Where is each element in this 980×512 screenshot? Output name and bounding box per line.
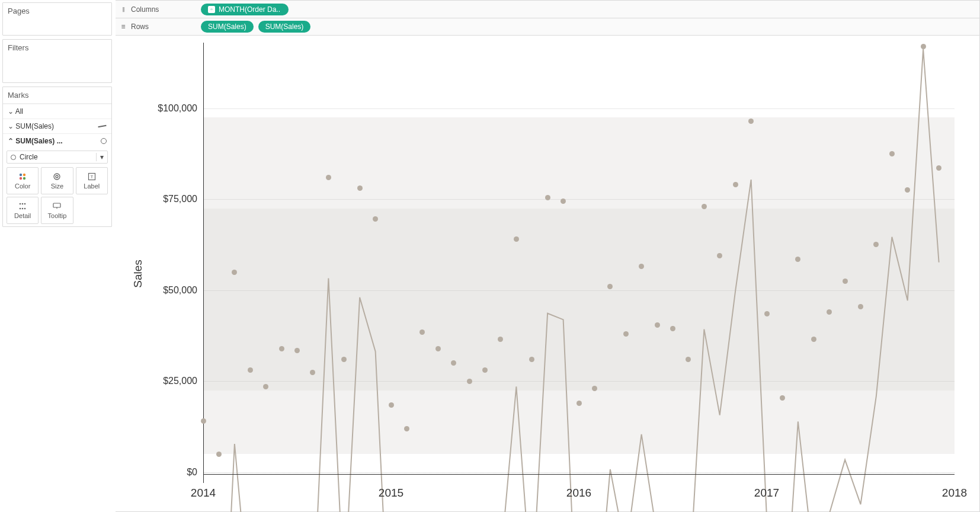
circle-type-icon [101,138,107,144]
data-point[interactable] [467,379,472,384]
y-tick-label: $75,000 [163,194,197,204]
chevron-down-icon: ⌄ [8,122,14,130]
columns-pill-label: MONTH(Order Da.. [219,5,280,14]
filters-title: Filters [3,40,111,56]
data-point[interactable] [843,279,848,284]
svg-point-1 [23,174,25,176]
svg-point-11 [20,208,21,210]
chevron-down-icon: ▾ [96,153,104,161]
rows-pill-1[interactable]: SUM(Sales) [201,21,254,33]
rows-pill2-label: SUM(Sales) [265,23,304,31]
data-point[interactable] [357,185,363,191]
columns-icon: ⦀ [119,5,127,14]
data-point[interactable] [748,119,754,124]
viz-region: Sales $0$25,000$50,000$75,000$100,000 20… [116,36,980,512]
detail-button[interactable]: Detail [7,197,39,224]
data-point[interactable] [216,452,222,457]
detail-label: Detail [14,212,31,219]
pages-title: Pages [3,3,111,19]
columns-shelf[interactable]: ⦀ Columns ▫ MONTH(Order Da.. [116,0,980,18]
label-icon: T [87,172,97,181]
rows-pill-2[interactable]: SUM(Sales) [258,21,311,33]
x-tick-label: 2018 [942,487,967,500]
columns-shelf-label: Columns [131,5,159,14]
expand-icon: ▫ [208,6,215,13]
color-button[interactable]: Color [7,167,39,194]
data-point[interactable] [811,337,816,342]
x-tick-label: 2016 [566,487,591,500]
data-point[interactable] [389,402,394,408]
marks-layer-all[interactable]: ⌄ All [3,104,111,119]
mark-type-label: Circle [20,153,38,161]
data-point[interactable] [889,151,895,156]
size-button[interactable]: Size [41,167,73,194]
rows-pill1-label: SUM(Sales) [208,23,246,31]
data-point[interactable] [404,426,409,431]
data-point[interactable] [858,304,863,309]
mark-type-select[interactable]: Circle ▾ [7,151,108,164]
pages-panel: Pages [2,2,112,36]
data-point[interactable] [921,44,926,49]
data-point[interactable] [702,204,707,209]
svg-rect-14 [53,203,60,207]
data-point[interactable] [326,175,331,180]
x-axis-line [203,474,955,475]
svg-point-2 [20,177,22,180]
data-point[interactable] [780,395,785,401]
data-point[interactable] [310,370,315,375]
tooltip-button[interactable]: Tooltip [41,197,73,224]
data-point[interactable] [435,346,441,351]
columns-pill-month[interactable]: ▫ MONTH(Order Da.. [201,4,289,15]
marks-panel: Marks ⌄ All ⌄ SUM(Sales) ⌃ SUM(Sales) ..… [2,87,112,227]
line-chart [203,43,955,512]
data-point[interactable] [545,195,550,200]
rows-shelf[interactable]: ≡ Rows SUM(Sales) SUM(Sales) [116,18,980,36]
svg-point-5 [56,175,58,178]
svg-point-13 [24,208,26,210]
data-point[interactable] [670,326,675,331]
y-axis-ticks: $0$25,000$50,000$75,000$100,000 [119,43,201,472]
data-point[interactable] [577,401,582,406]
chevron-down-icon: ⌄ [8,107,14,116]
data-point[interactable] [764,311,770,316]
detail-icon [18,201,27,211]
x-tick-label: 2015 [379,487,403,500]
data-point[interactable] [561,199,566,204]
tooltip-label-text: Tooltip [48,212,67,219]
circle-icon [11,155,16,160]
y-tick-label: $25,000 [163,376,197,386]
data-point[interactable] [294,348,300,353]
y-tick-label: $0 [187,467,197,478]
data-point[interactable] [655,322,660,328]
svg-point-12 [22,208,24,210]
rows-shelf-label: Rows [131,23,149,31]
svg-point-10 [24,203,26,205]
marks-layer-sum2[interactable]: ⌃ SUM(Sales) ... [3,133,111,148]
rows-icon: ≡ [119,23,127,31]
data-point[interactable] [232,270,237,275]
label-label: Label [84,183,100,190]
x-tick-label: 2014 [191,487,216,500]
size-label: Size [51,183,63,190]
filters-panel: Filters [2,39,112,83]
marks-all-label: All [15,107,23,116]
data-point[interactable] [279,346,284,351]
marks-layer-sum1[interactable]: ⌄ SUM(Sales) [3,119,111,133]
x-tick-label: 2017 [754,487,779,500]
chevron-up-icon: ⌃ [8,137,14,145]
color-label: Color [15,183,30,190]
data-point[interactable] [201,418,206,424]
x-axis-ticks: 20142015201620172018 [203,476,955,500]
data-point[interactable] [733,182,738,187]
data-point[interactable] [623,331,629,337]
svg-text:T: T [90,174,93,180]
marks-sum2-label: SUM(Sales) ... [15,137,62,145]
svg-point-3 [23,177,25,180]
color-icon [18,172,27,181]
line-type-icon [98,123,107,129]
chart-area[interactable] [203,43,955,472]
svg-point-0 [20,174,22,176]
svg-point-9 [22,203,24,205]
y-tick-label: $100,000 [158,103,197,114]
label-button[interactable]: T Label [76,167,108,194]
